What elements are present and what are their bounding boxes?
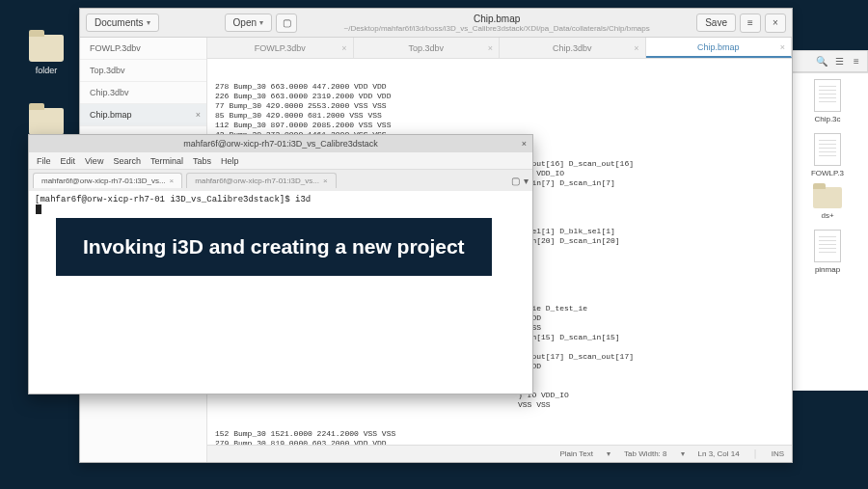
terminal-tab[interactable]: mahfar6f@orw-xicp-rh7-01:i3D_vs... × [186, 173, 336, 188]
open-label: Open [233, 17, 257, 28]
fm-file-name: Chip.3c [791, 115, 864, 123]
list-view-icon[interactable]: ☰ [832, 55, 846, 68]
close-icon: × [773, 17, 778, 28]
window-title: Chip.bmap [303, 14, 691, 24]
menu-terminal[interactable]: Terminal [150, 156, 183, 166]
side-item-active[interactable]: Chip.bmap [80, 104, 206, 126]
window-subtitle: ~/Desktop/mahfar6f/i3d/boss/i3D_vs_Calib… [303, 24, 691, 33]
tab-active[interactable]: Chip.bmap× [646, 38, 793, 58]
status-insert-mode[interactable]: INS [772, 449, 784, 458]
fm-file-name: ds+ [791, 211, 864, 220]
folder-icon [29, 108, 64, 135]
close-button[interactable]: × [765, 14, 786, 33]
menu-search[interactable]: Search [113, 156, 141, 166]
menu-help[interactable]: Help [221, 156, 239, 166]
editor-text-bottom: 152 Bump_30 1521.0000 2241.2000 VSS VSS … [215, 429, 784, 445]
terminal-menu: File Edit View Search Terminal Tabs Help [29, 152, 532, 170]
editor-tabs: FOWLP.3dbv× Top.3dbv× Chip.3dbv× Chip.bm… [207, 38, 792, 59]
terminal-title: mahfar6f@orw-xicp-rh7-01:i3D_vs_Calibre3… [183, 139, 378, 149]
save-button[interactable]: Save [696, 14, 736, 32]
menu-edit[interactable]: Edit [61, 156, 76, 166]
close-icon[interactable]: × [341, 43, 346, 53]
separator: │ [753, 449, 758, 458]
tab[interactable]: Chip.3dbv× [500, 38, 646, 58]
status-position: Ln 3, Col 14 [698, 449, 740, 458]
caption-overlay: Invoking i3D and creating a new project [56, 218, 492, 276]
close-icon[interactable]: × [522, 139, 527, 149]
side-item[interactable]: Chip.3dbv [80, 82, 206, 104]
editor-text-top: 278 Bump_30 663.0000 447.2000 VDD VDD 22… [215, 82, 391, 140]
document-icon [814, 133, 841, 166]
tab-label: Chip.3dbv [553, 43, 592, 53]
document-icon [814, 230, 841, 262]
terminal-tabs: mahfar6f@orw-xicp-rh7-01:i3D_vs... × mah… [29, 170, 532, 191]
documents-dropdown[interactable]: Documents ▾ [86, 14, 159, 32]
menu-view[interactable]: View [85, 156, 103, 166]
documents-label: Documents [95, 17, 144, 28]
fm-file[interactable]: FOWLP.3 [791, 133, 864, 177]
hamburger-menu[interactable]: ≡ [740, 14, 761, 33]
fm-folder[interactable]: ds+ [791, 187, 864, 220]
status-bar: Plain Text▾ Tab Width: 8▾ Ln 3, Col 14 │… [207, 445, 792, 462]
terminal-prompt: [mahfar6f@orw-xicp-rh7-01 i3D_vs_Calibre… [35, 195, 311, 204]
desktop-folder[interactable]: folder [23, 35, 69, 75]
tab-label: Chip.bmap [697, 42, 740, 52]
editor-text-side: an_out[16] D_scan_out[16] _IO VDD_IO an_… [518, 159, 634, 410]
fm-file-name: pinmap [791, 265, 864, 274]
search-icon[interactable]: 🔍 [815, 55, 828, 68]
chevron-down-icon[interactable]: ▾ [524, 176, 529, 186]
menu-icon: ≡ [747, 17, 753, 28]
chevron-down-icon: ▾ [259, 18, 263, 27]
close-icon[interactable]: × [323, 177, 328, 185]
desktop-folder-label: folder [23, 66, 69, 75]
filemanager-panel: Chip.3c FOWLP.3 ds+ pinmap [787, 72, 868, 391]
close-icon[interactable]: × [780, 42, 785, 52]
side-item[interactable]: Top.3dbv [80, 60, 206, 82]
menu-tabs[interactable]: Tabs [193, 156, 211, 166]
tab-label: FOWLP.3dbv [255, 43, 306, 53]
close-icon[interactable]: × [488, 43, 493, 53]
terminal-tab-active[interactable]: mahfar6f@orw-xicp-rh7-01:i3D_vs... × [33, 173, 182, 188]
status-language[interactable]: Plain Text [560, 449, 594, 458]
close-icon[interactable]: × [170, 177, 175, 185]
close-icon[interactable]: × [634, 43, 638, 53]
side-item[interactable]: FOWLP.3dbv [80, 38, 206, 60]
new-tab-button[interactable]: ▢ [276, 14, 297, 33]
chevron-down-icon: ▾ [147, 18, 150, 27]
fm-file-name: FOWLP.3 [791, 169, 864, 177]
tab[interactable]: FOWLP.3dbv× [207, 38, 354, 58]
terminal-tab-label: mahfar6f@orw-xicp-rh7-01:i3D_vs... [41, 177, 166, 185]
save-label: Save [705, 17, 727, 28]
menu-icon[interactable]: ≡ [850, 55, 863, 68]
cursor [36, 204, 41, 214]
terminal-titlebar[interactable]: mahfar6f@orw-xicp-rh7-01:i3D_vs_Calibre3… [29, 135, 532, 152]
menu-file[interactable]: File [37, 156, 51, 166]
tab-label: Top.3dbv [408, 43, 444, 53]
document-icon [814, 79, 841, 112]
tab[interactable]: Top.3dbv× [354, 38, 501, 58]
new-tab-icon[interactable]: ▢ [511, 176, 520, 186]
filemanager-toolbar: 🔍 ☰ ≡ [787, 50, 868, 72]
open-button[interactable]: Open ▾ [225, 14, 272, 32]
new-document-icon: ▢ [283, 17, 291, 28]
status-tabwidth[interactable]: Tab Width: 8 [624, 449, 666, 458]
editor-header: Documents ▾ Open ▾ ▢ Chip.bmap ~/Desktop… [80, 9, 792, 38]
folder-icon [813, 187, 842, 208]
terminal-tab-label: mahfar6f@orw-xicp-rh7-01:i3D_vs... [195, 177, 319, 185]
fm-file[interactable]: Chip.3c [791, 79, 864, 123]
folder-icon [29, 35, 64, 62]
chevron-down-icon: ▾ [607, 449, 610, 458]
chevron-down-icon: ▾ [681, 449, 685, 458]
fm-file[interactable]: pinmap [791, 230, 864, 274]
